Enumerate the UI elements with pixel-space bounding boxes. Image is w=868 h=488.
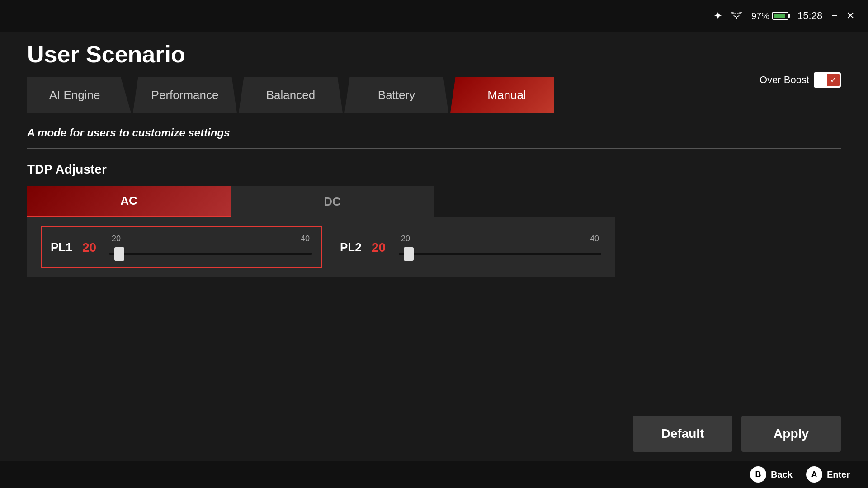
pl1-value: 20 [82, 240, 100, 255]
tab-balanced[interactable]: Balanced [239, 77, 343, 113]
pl2-track [399, 253, 601, 255]
apply-button[interactable]: Apply [741, 416, 841, 452]
window-controls[interactable]: − ✕ [831, 10, 854, 22]
ac-tab[interactable]: AC [27, 186, 231, 217]
divider [27, 148, 841, 149]
tab-bar: AI Engine Performance Balanced Battery M… [27, 77, 841, 113]
pl1-slider-wrapper [109, 247, 312, 261]
enter-nav[interactable]: A Enter [806, 466, 850, 483]
pl1-track-container: 20 40 [109, 234, 312, 261]
bottom-nav: B Back A Enter [0, 461, 868, 488]
tdp-title: TDP Adjuster [27, 162, 841, 177]
pl1-thumb[interactable] [114, 247, 124, 261]
sliders-row: PL1 20 20 40 PL2 20 20 40 [27, 217, 615, 277]
enter-label: Enter [827, 469, 850, 480]
ac-dc-tabs: AC DC [27, 186, 434, 217]
a-button: A [806, 466, 822, 483]
bluetooth-icon: ✦ [713, 9, 722, 22]
tab-manual[interactable]: Manual [450, 77, 554, 113]
tab-battery[interactable]: Battery [344, 77, 448, 113]
pl2-group: PL2 20 20 40 [340, 226, 601, 268]
battery-status: 97% [751, 11, 788, 21]
pl1-ticks: 20 40 [109, 234, 312, 244]
page-title: User Scenario [27, 41, 841, 68]
over-boost-label: Over Boost [760, 74, 809, 86]
topbar: ✦ 97% 15:28 − ✕ [0, 0, 868, 32]
battery-percent: 97% [751, 11, 769, 21]
over-boost-toggle[interactable]: ✓ [814, 72, 841, 88]
over-boost-checkmark: ✓ [827, 74, 840, 86]
wifi-icon [731, 10, 742, 22]
clock: 15:28 [797, 10, 822, 22]
pl1-group: PL1 20 20 40 [41, 226, 322, 268]
dc-tab[interactable]: DC [231, 186, 434, 217]
tab-performance[interactable]: Performance [133, 77, 237, 113]
battery-fill [774, 14, 785, 18]
pl2-track-container: 20 40 [399, 234, 601, 261]
minimize-button[interactable]: − [831, 10, 837, 22]
tab-ai-engine[interactable]: AI Engine [27, 77, 131, 113]
svg-point-0 [736, 17, 737, 19]
mode-description: A mode for users to customize settings [27, 127, 841, 139]
back-label: Back [771, 469, 793, 480]
pl1-track [109, 253, 312, 255]
bottom-buttons: Default Apply [633, 416, 841, 452]
topbar-icons: ✦ [713, 9, 742, 22]
back-nav[interactable]: B Back [750, 466, 793, 483]
main-content: User Scenario AI Engine Performance Bala… [27, 32, 841, 461]
pl1-label: PL1 [51, 240, 73, 254]
b-button: B [750, 466, 766, 483]
default-button[interactable]: Default [633, 416, 732, 452]
pl2-thumb[interactable] [404, 247, 414, 261]
close-button[interactable]: ✕ [846, 10, 854, 22]
battery-icon [772, 12, 788, 20]
pl2-slider-wrapper [399, 247, 601, 261]
over-boost-container: Over Boost ✓ [760, 72, 841, 88]
pl2-ticks: 20 40 [399, 234, 601, 244]
pl2-label: PL2 [340, 240, 363, 254]
pl2-value: 20 [372, 240, 390, 255]
